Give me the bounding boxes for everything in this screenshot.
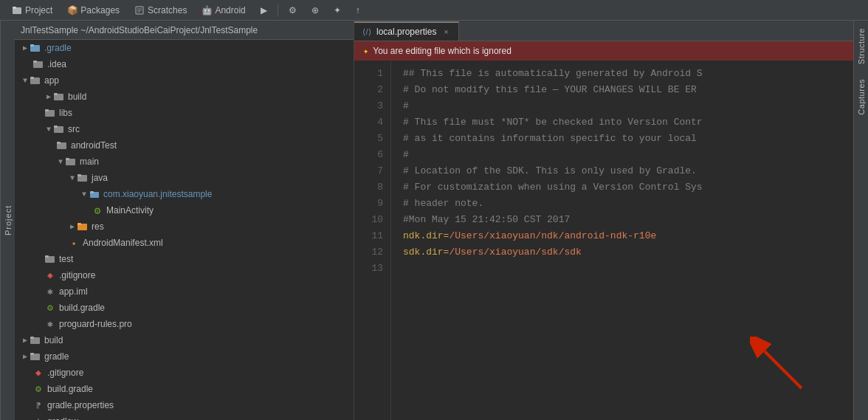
tree-arrow-gradle: ▶ [21, 44, 30, 52]
menu-project[interactable]: Project [6, 4, 58, 17]
add-icon: ⊕ [311, 5, 319, 16]
tree-item-gitignore-app[interactable]: ◆ .gitignore [15, 267, 354, 283]
tree-label-gradlew: gradlew [47, 416, 78, 420]
warning-banner: ✦ You are editing file which is ignored [354, 41, 853, 61]
tree-label-app-iml: app.iml [59, 286, 88, 297]
menu-packages[interactable]: 📦 Packages [61, 4, 125, 17]
tree-item-app[interactable]: ▼ app [15, 72, 354, 89]
tree-item-res[interactable]: ▶ res [15, 218, 354, 235]
tree-label-java: java [92, 173, 108, 183]
tab-close-local-props[interactable]: × [441, 27, 451, 37]
build-gradle-app-icon: ⚙ [44, 302, 56, 314]
tree-label-app: app [44, 75, 59, 86]
code-content[interactable]: ## This file is automatically generated … [391, 61, 853, 420]
tree-item-gradlew[interactable]: ✱ gradlew [15, 413, 354, 420]
code-line-12-value: /Users/xiaoyuan/sdk/sdk [449, 247, 581, 258]
tree-item-gradle-root[interactable]: ▶ gradle [15, 348, 354, 365]
code-line-11: ndk.dir=/Users/xiaoyuan/ndk/android-ndk-… [403, 227, 853, 244]
tree-item-libs[interactable]: libs [15, 105, 354, 121]
code-line-8-text: # For customization when using a Version… [403, 182, 703, 193]
tree-item-mainactivity[interactable]: ⚙ MainActivity [15, 202, 354, 218]
main-folder-icon [65, 156, 77, 168]
tree-item-build-root[interactable]: ▶ build [15, 332, 354, 348]
tree-item-gradle[interactable]: ▶ .gradle [15, 40, 354, 56]
tree-label-androidmanifest: AndroidManifest.xml [83, 238, 163, 248]
tree-label-build-app: build [68, 92, 86, 102]
tree-label-res: res [92, 221, 104, 232]
tree-item-app-iml[interactable]: ✱ app.iml [15, 283, 354, 300]
tree-label-proguard: proguard-rules.pro [59, 319, 132, 329]
tree-arrow-app: ▼ [21, 77, 30, 85]
tree-label-test: test [59, 254, 73, 264]
menu-scratches[interactable]: Scratches [128, 4, 193, 17]
tree-item-androidtest[interactable]: androidTest [15, 137, 354, 154]
svg-rect-13 [54, 93, 58, 95]
gradle-root-folder-icon [30, 351, 41, 362]
android-icon: 🤖 [202, 5, 212, 16]
ln-1: 1 [354, 65, 390, 81]
menu-project-label: Project [25, 5, 52, 16]
build-gradle-root-icon: ⚙ [32, 383, 44, 395]
gradlew-icon: ✱ [32, 416, 44, 420]
tree-item-test[interactable]: test [15, 251, 354, 267]
menu-android[interactable]: 🤖 Android [196, 4, 251, 17]
gitignore-root-icon: ◆ [32, 367, 44, 379]
side-tab-captures[interactable]: Captures [855, 75, 867, 120]
gradle-props-icon: ⁋ [32, 399, 44, 411]
code-line-10: #Mon May 15 21:42:50 CST 2017 [403, 211, 853, 227]
svg-rect-11 [30, 77, 34, 79]
app-folder-icon [30, 75, 41, 86]
tree-label-build-gradle-root: build.gradle [47, 384, 93, 394]
code-line-9-text: # header note. [403, 198, 483, 209]
svg-rect-7 [30, 44, 34, 47]
tree-arrow-main: ▼ [56, 158, 65, 166]
build-app-folder-icon [53, 91, 65, 103]
code-line-3: # [403, 97, 853, 114]
tab-local-props[interactable]: ⟨/⟩ local.properties × [354, 21, 459, 41]
tree-label-main: main [80, 156, 99, 167]
project-tab-label[interactable]: Project [0, 21, 15, 420]
tree-arrow-src: ▼ [44, 125, 53, 134]
menu-run[interactable]: ▶ [255, 4, 273, 17]
code-editor[interactable]: 1 2 3 4 5 6 7 8 9 10 11 12 13 ## This f [354, 61, 853, 420]
side-tab-structure[interactable]: Structure [855, 24, 867, 69]
code-line-6-text: # [403, 149, 409, 160]
build-root-folder-icon [30, 334, 41, 346]
svg-rect-17 [54, 125, 58, 128]
tree-item-gitignore-root[interactable]: ◆ .gitignore [15, 365, 354, 381]
tree-item-main[interactable]: ▼ main [15, 154, 354, 170]
svg-rect-33 [30, 353, 34, 355]
tree-item-gradle-props[interactable]: ⁋ gradle.properties [15, 397, 354, 413]
tree-item-src[interactable]: ▼ src [15, 121, 354, 137]
menu-settings[interactable]: ⚙ [283, 4, 303, 17]
tree-arrow-java: ▼ [68, 174, 77, 182]
ln-12: 12 [354, 244, 390, 260]
tree-item-build-gradle-root[interactable]: ⚙ build.gradle [15, 381, 354, 397]
menu-bookmark[interactable]: ✦ [328, 4, 347, 17]
tree-arrow-build-app: ▶ [44, 92, 53, 101]
tree-item-build-gradle-app[interactable]: ⚙ build.gradle [15, 300, 354, 316]
svg-rect-19 [57, 142, 61, 144]
code-line-4: # This file must *NOT* be checked into V… [403, 114, 853, 130]
tree-item-proguard[interactable]: ✱ proguard-rules.pro [15, 316, 354, 332]
code-line-4-text: # This file must *NOT* be checked into V… [403, 117, 703, 128]
run-arrow-icon: ▶ [261, 5, 267, 16]
tree-item-com-pkg[interactable]: ▼ com.xiaoyuan.jnitestsample [15, 186, 354, 202]
local-props-tab-icon: ⟨/⟩ [362, 27, 372, 37]
tree-item-build-app[interactable]: ▶ build [15, 89, 354, 105]
tree-item-idea[interactable]: .idea [15, 56, 354, 72]
tree-label-gradle-props: gradle.properties [47, 400, 114, 410]
tree-header-title: JnlTestSample ~/AndroidStudioBeiCaiProje… [21, 25, 258, 35]
tree-item-java[interactable]: ▼ java [15, 170, 354, 186]
res-folder-icon [77, 221, 89, 233]
menu-packages-label: Packages [80, 5, 120, 16]
tree-item-androidmanifest[interactable]: ✦ AndroidManifest.xml [15, 235, 354, 251]
editor-tabs: ⟨/⟩ local.properties × [354, 21, 853, 41]
xml-icon: ✦ [68, 237, 80, 249]
gradle-folder-icon [30, 42, 41, 54]
svg-rect-25 [90, 191, 94, 193]
menu-add[interactable]: ⊕ [306, 4, 325, 17]
tree-items-list: ▶ .gradle .idea ▼ app [15, 40, 354, 420]
code-line-8: # For customization when using a Version… [403, 179, 853, 195]
menu-upload[interactable]: ↑ [350, 4, 366, 17]
